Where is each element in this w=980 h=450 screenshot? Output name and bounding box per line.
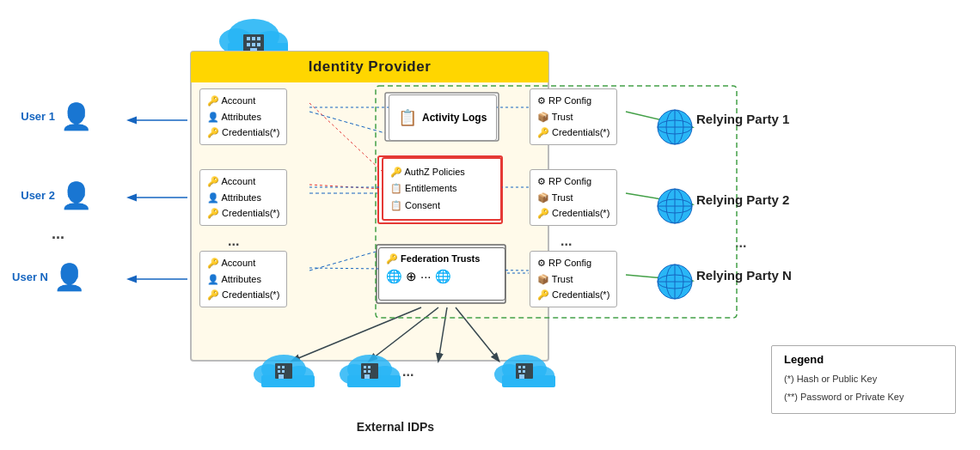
rp-config-1: ⚙ RP Config 📦 Trust 🔑 Credentials(*)	[530, 88, 617, 145]
rpn-label: Relying Party N	[696, 268, 792, 283]
rp2-row: Relying Party 2	[696, 192, 789, 207]
svg-rect-47	[368, 366, 371, 368]
legend-line-1: (*) Hash or Public Key	[784, 370, 943, 388]
svg-rect-45	[361, 363, 378, 379]
activity-logs-icon: 📋	[398, 108, 417, 127]
svg-rect-36	[278, 366, 280, 368]
svg-line-24	[292, 307, 421, 361]
svg-point-53	[525, 366, 554, 385]
svg-rect-50	[364, 374, 370, 379]
svg-rect-7	[257, 37, 260, 40]
svg-point-42	[340, 364, 369, 385]
svg-rect-5	[247, 37, 250, 40]
svg-rect-48	[364, 370, 366, 373]
rpn-row: Relying Party N	[696, 268, 792, 283]
svg-rect-4	[243, 34, 264, 53]
usern-label: User N	[9, 271, 48, 283]
svg-rect-44	[347, 375, 401, 387]
legend-box: Legend (*) Hash or Public Key (**) Passw…	[771, 345, 956, 414]
svg-rect-10	[257, 43, 260, 46]
svg-point-32	[254, 364, 283, 385]
rp2-label: Relying Party 2	[696, 192, 789, 207]
svg-point-0	[228, 19, 279, 53]
authz-line2: Entitlements	[405, 183, 457, 193]
svg-rect-40	[279, 374, 284, 379]
rp-config-dots: ...	[560, 234, 572, 249]
svg-point-52	[494, 364, 524, 385]
account-box-3: 🔑 Account 👤 Attributes 🔑 Credentials(*)	[199, 251, 287, 307]
svg-point-1	[219, 28, 254, 54]
svg-point-76	[658, 275, 692, 289]
svg-rect-46	[364, 366, 366, 368]
authz-line3: Consent	[405, 200, 440, 210]
user2-label: User 2	[15, 189, 55, 202]
svg-line-26	[438, 307, 447, 361]
svg-rect-38	[278, 370, 280, 373]
svg-rect-49	[368, 370, 371, 373]
svg-point-65	[666, 110, 683, 144]
svg-point-70	[666, 189, 683, 223]
svg-rect-9	[252, 43, 255, 46]
svg-point-71	[658, 199, 692, 213]
svg-rect-60	[519, 374, 524, 379]
user1-icon: 👤	[60, 101, 92, 131]
svg-text:...: ...	[402, 364, 413, 379]
svg-line-17	[309, 112, 385, 133]
svg-rect-6	[252, 37, 255, 40]
federation-label: Federation Trusts	[401, 253, 480, 264]
user1-row: User 1 👤	[15, 101, 92, 131]
svg-point-66	[658, 120, 692, 134]
svg-rect-57	[523, 366, 525, 368]
svg-point-33	[285, 366, 314, 385]
svg-rect-35	[275, 363, 292, 379]
diagram-container: ... ...	[0, 0, 980, 450]
authz-line1: AuthZ Policies	[404, 167, 464, 177]
rp-config-2: ⚙ RP Config 📦 Trust 🔑 Credentials(*)	[530, 169, 617, 226]
svg-line-80	[309, 185, 383, 189]
svg-point-67	[658, 189, 692, 223]
svg-rect-59	[523, 370, 525, 373]
activity-logs-label: Activity Logs	[422, 112, 487, 124]
svg-point-51	[502, 355, 547, 384]
svg-point-31	[261, 355, 306, 384]
svg-rect-8	[247, 43, 250, 46]
external-idps-label: External IDPs	[292, 419, 499, 435]
svg-rect-56	[518, 366, 521, 368]
account-dots: ...	[228, 234, 239, 249]
svg-line-23	[626, 275, 692, 281]
user1-label: User 1	[15, 110, 55, 123]
svg-rect-34	[261, 375, 315, 387]
svg-line-22	[626, 193, 692, 204]
svg-point-72	[658, 265, 692, 299]
idp-header: Identity Provider	[191, 52, 548, 82]
svg-line-27	[456, 307, 499, 361]
svg-point-62	[658, 110, 692, 144]
svg-line-79	[309, 103, 383, 172]
legend-line-2: (**) Password or Private Key	[784, 388, 943, 406]
svg-line-21	[626, 112, 692, 127]
authz-box: 🔑 AuthZ Policies 📋 Entitlements 📋 Consen…	[382, 157, 502, 221]
rp1-row: Relying Party 1	[696, 112, 789, 126]
user2-row: User 2 👤	[15, 180, 92, 210]
account-box-1: 🔑 Account 👤 Attributes 🔑 Credentials(*)	[199, 88, 287, 145]
idp-title: Identity Provider	[309, 58, 432, 76]
activity-logs-box: 📋 Activity Logs	[389, 94, 497, 141]
svg-line-19	[309, 249, 385, 271]
legend-title: Legend	[784, 353, 943, 366]
rp-config-3: ⚙ RP Config 📦 Trust 🔑 Credentials(*)	[530, 251, 617, 307]
svg-line-25	[370, 307, 438, 361]
svg-point-75	[666, 265, 683, 299]
svg-rect-39	[282, 370, 285, 373]
svg-rect-37	[282, 366, 285, 368]
federation-box: 🔑 Federation Trusts 🌐 ⊕ ··· 🌐	[378, 247, 505, 301]
svg-text:...: ...	[735, 235, 746, 250]
svg-point-43	[371, 366, 400, 385]
account-box-2: 🔑 Account 👤 Attributes 🔑 Credentials(*)	[199, 169, 287, 226]
svg-rect-58	[518, 370, 521, 373]
fed-icon-1: 🌐	[386, 269, 402, 284]
svg-point-41	[347, 355, 392, 384]
usern-row: User N 👤	[9, 262, 85, 292]
svg-rect-54	[502, 375, 555, 387]
svg-rect-55	[516, 363, 533, 379]
user-dots: ...	[52, 225, 64, 243]
